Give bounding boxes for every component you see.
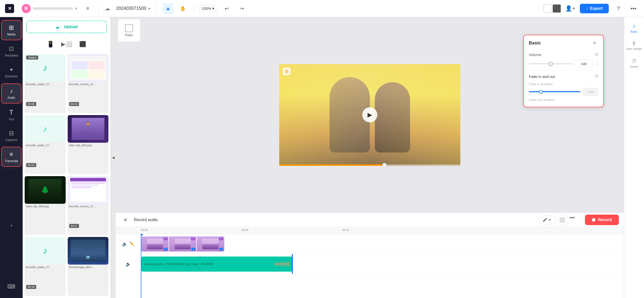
media-duration: 00:37 [69, 224, 79, 228]
media-item[interactable]: ♪ Added 00:08 recorder_audio_17... [25, 54, 66, 113]
help-btn[interactable]: ? [613, 3, 624, 14]
timeline-content: 🔈 ✏️ 🔈 [116, 234, 624, 298]
undo-btn[interactable]: ↩ [221, 3, 232, 14]
caption-btn[interactable]: ⬜ [557, 215, 567, 225]
close-record-btn[interactable]: ✕ [121, 215, 130, 224]
timeline-cursor[interactable] [141, 234, 141, 298]
color-swatch-white[interactable] [544, 5, 552, 13]
media-name: recorder_audio_17... [25, 265, 66, 269]
upload-label: Upload [64, 25, 77, 29]
volume-input[interactable]: 0dB [575, 60, 593, 68]
keyboard-icon: ⌨ [5, 280, 18, 293]
voice-tab-label: Voice changer [626, 47, 642, 50]
fade-out-label: Fade-out duration [529, 98, 598, 102]
right-tab-speed[interactable]: ⏱ Speed [625, 54, 643, 72]
mobile-filter-icon[interactable]: 📱 [45, 39, 56, 50]
zoom-chevron: ▾ [212, 6, 214, 11]
pointer-tool-btn[interactable]: ▲ [163, 3, 174, 14]
zoom-control[interactable]: 100% ▾ [199, 5, 217, 12]
more-options-btn[interactable]: ••• [628, 3, 639, 14]
media-item[interactable]: 🧍 video clip_544.png [68, 115, 109, 174]
fade-reset-icon[interactable]: ↺ [594, 74, 598, 79]
sidebar-bottom: ▾ [1, 215, 22, 236]
record-btn[interactable]: Record [585, 215, 619, 225]
edit-icon-1[interactable]: ✏️ [130, 241, 135, 246]
media-item[interactable]: 🌲 video clip_589.png [25, 176, 66, 235]
right-tab-basic[interactable]: ♪ Basic [625, 19, 643, 37]
media-item[interactable]: ♪ 00:36 recorder_audio_17... [25, 237, 66, 296]
panel-close-btn[interactable]: ✕ [591, 39, 598, 47]
progress-handle[interactable] [382, 163, 386, 166]
templates-icon: ⊡ [9, 45, 14, 52]
music-note-icon: ♪ [43, 245, 47, 256]
right-tab-voice[interactable]: 🎙 Voice changer [625, 37, 643, 54]
play-btn[interactable]: ▶ [362, 107, 377, 122]
templates-label: Templates [5, 54, 18, 57]
sidebar-item-templates[interactable]: ⊡ Templates [1, 41, 21, 61]
ratio-container: Ratio [118, 19, 140, 42]
color-swatch-dark[interactable] [553, 5, 561, 13]
fade-spacer [529, 95, 598, 98]
wave-bar [281, 263, 282, 265]
workspace-chevron[interactable]: ▾ [75, 6, 77, 11]
menu-icon[interactable]: ≡ [86, 6, 89, 11]
hand-tool-btn[interactable]: ✋ [178, 3, 189, 14]
expand-icon: ▾ [11, 224, 12, 227]
media-item[interactable]: 🏙️ TextToImage_8|20... [68, 237, 109, 296]
mic-btn[interactable]: 🎤 ▾ [539, 215, 554, 224]
add-user-btn[interactable]: 👤+ [565, 3, 576, 14]
image-filter-icon[interactable]: ⬛ [77, 39, 88, 50]
keyframe-diamond[interactable]: ◇ [595, 62, 598, 66]
more-record-btn[interactable]: ••• [570, 215, 580, 225]
media-item[interactable]: ♪ 00:03 recorder_audio_17... [25, 115, 66, 174]
divider-2 [156, 4, 156, 14]
audio-clip[interactable]: recorder_audio_1709795865874_clip_0.aac … [141, 257, 292, 272]
redo-btn[interactable]: ↪ [236, 3, 247, 14]
sidebar-item-text[interactable]: T Text [1, 105, 21, 125]
mic-icon: 🎤 [543, 218, 547, 222]
audio-duration-label: 00:08:06 [201, 262, 213, 266]
basic-tab-icon: ♪ [633, 23, 635, 29]
project-name[interactable]: 202403071500 ▾ [116, 6, 150, 11]
volume-handle[interactable] [549, 62, 553, 66]
progress-bar[interactable] [279, 164, 460, 166]
sidebar-item-elements[interactable]: ✦ Elements [1, 62, 21, 82]
workspace-avatar: W [22, 4, 31, 13]
transcript-label: Transcript [5, 159, 18, 163]
fade-in-slider[interactable] [529, 91, 581, 92]
export-label: Export [590, 6, 603, 11]
expand-sidebar-btn[interactable]: ▾ [1, 216, 21, 236]
text-label: Text [9, 118, 14, 121]
video-clip-group[interactable]: Pr ✂ Pr [141, 236, 224, 252]
panel-collapse-arrow[interactable]: ◀ [111, 17, 116, 298]
volume-slider[interactable] [529, 63, 573, 64]
keyboard-shortcut-btn[interactable]: ⌨ [5, 280, 18, 295]
media-panel: ☁↑ Upload 📱 ▶⬜ ⬛ ♪ Added 00:08 recorder_… [23, 17, 111, 298]
fade-in-handle[interactable] [539, 90, 543, 93]
media-duration: 00:03 [26, 163, 36, 167]
wave-bar [277, 262, 277, 266]
cloud-save-icon[interactable]: ☁ [105, 5, 110, 12]
volume-reset-icon[interactable]: ↺ [594, 52, 598, 57]
sidebar-item-captions[interactable]: ⊟ Captions [1, 126, 21, 146]
media-item[interactable]: 00:37 recorder_screen_17... [68, 176, 109, 235]
sidebar-item-media[interactable]: ⊞ Media [1, 20, 21, 40]
export-btn[interactable]: ↑ Export [580, 4, 609, 13]
music-note-icon: ♪ [43, 63, 47, 73]
media-item[interactable]: 00:04 recorder_screen_17... [68, 54, 109, 113]
sidebar-item-audio[interactable]: ♪ Audio [1, 83, 21, 104]
media-name: TextToImage_8|20... [68, 265, 109, 269]
record-btn-label: Record [598, 218, 612, 222]
cut-badge-2: ✂ [191, 248, 195, 251]
wave-bar [278, 262, 279, 267]
record-divider [582, 216, 582, 224]
fade-in-value[interactable]: 1.8s [583, 88, 598, 95]
upload-btn[interactable]: ☁↑ Upload [26, 21, 107, 33]
ratio-btn[interactable]: Ratio [118, 19, 140, 42]
timeline-tracks[interactable]: Pr ✂ Pr [141, 234, 624, 298]
video-filter-icon[interactable]: ▶⬜ [61, 39, 72, 50]
wave-bar [286, 262, 286, 266]
fade-header: Fade in and out ↺ [529, 74, 598, 79]
left-sidebar: ⊞ Media ⊡ Templates ✦ Elements ♪ Audio T… [0, 17, 23, 298]
sidebar-item-transcript[interactable]: ≡ Transcript [1, 147, 21, 167]
